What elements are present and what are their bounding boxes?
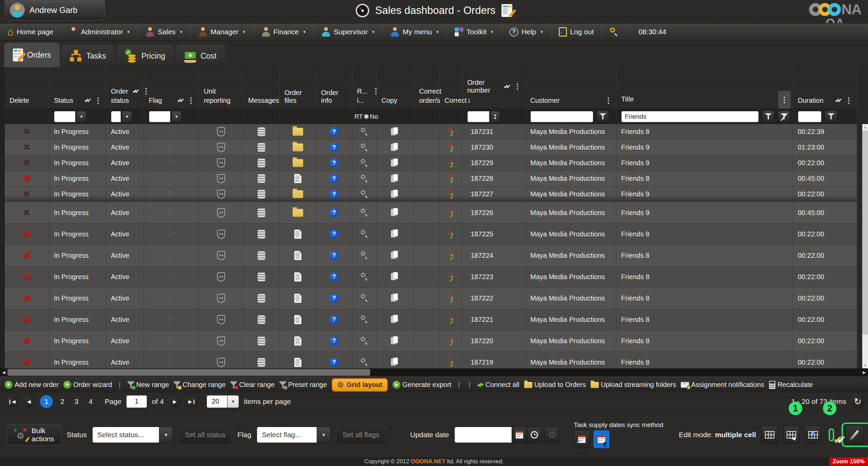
flag-icon[interactable]: ⚐ [167, 189, 175, 199]
set-all-status-button[interactable]: Set all status [178, 425, 232, 444]
flag-icon[interactable]: ⚐ [167, 293, 175, 304]
flag-icon[interactable]: ⚐ [167, 127, 175, 137]
first-page-button[interactable]: ❙◀ [5, 395, 18, 408]
horizontal-scrollbar[interactable]: ◀ ▶ [0, 368, 868, 376]
copy-icon[interactable] [391, 315, 400, 324]
correct-swap-icon[interactable] [447, 357, 455, 367]
col-header-order-info[interactable]: Order info [316, 82, 352, 109]
date-settings-button[interactable]: ⚙ [545, 427, 559, 443]
menu-home-page[interactable]: ⌂ Home page [0, 23, 61, 40]
col-header-delete[interactable]: Delete [5, 82, 49, 109]
copy-icon[interactable] [391, 357, 400, 367]
copy-icon[interactable] [391, 208, 400, 217]
column-menu-icon[interactable]: ⋮ [187, 96, 195, 104]
items-per-page-select[interactable]: 20 ▼ [206, 395, 239, 408]
grid-layout-button[interactable]: ⚙Grid layout [332, 378, 388, 392]
info-icon[interactable]: ? [330, 190, 339, 199]
messages-icon[interactable] [257, 230, 265, 239]
multiselect-check-icon[interactable]: ✔✔ [835, 97, 840, 104]
flag-icon[interactable]: ⚐ [167, 142, 175, 153]
folder-icon[interactable] [293, 128, 303, 136]
info-icon[interactable]: ? [330, 127, 339, 136]
document-icon[interactable] [294, 251, 301, 260]
sort-descending-icon[interactable]: ↓ [467, 96, 471, 104]
magnifier-icon[interactable] [360, 336, 369, 345]
col-header-copy[interactable]: Copy [377, 82, 414, 109]
page-3[interactable]: 3 [72, 397, 81, 406]
messages-icon[interactable] [257, 272, 265, 281]
magnifier-icon[interactable] [360, 128, 369, 136]
copy-icon[interactable] [391, 336, 400, 346]
correct-swap-icon[interactable] [447, 174, 455, 184]
menu-administrator[interactable]: Administrator▼ [61, 23, 138, 40]
correct-swap-icon[interactable] [447, 336, 455, 346]
order-wizard-button[interactable]: +Order wizard [63, 381, 112, 389]
messages-icon[interactable] [257, 158, 265, 168]
select-flag-dropdown[interactable]: Select flag... ▼ [257, 427, 331, 443]
menu-sales[interactable]: Sales▼ [138, 23, 191, 40]
sync-method-date-button[interactable]: ↙ [574, 430, 590, 448]
magnifier-icon[interactable] [360, 294, 369, 303]
filter-funnel-button[interactable] [597, 111, 609, 123]
toggle-knob-icon[interactable] [363, 114, 369, 119]
delete-icon[interactable]: ✖ [23, 250, 31, 261]
menu-supervisor[interactable]: Supervisor▼ [314, 23, 383, 40]
chevron-down-icon[interactable]: ▼ [122, 111, 132, 122]
copy-icon[interactable] [391, 272, 400, 281]
info-icon[interactable]: ? [330, 358, 339, 367]
delete-icon[interactable]: ✖ [23, 336, 31, 346]
document-icon[interactable] [294, 174, 301, 183]
magnifier-icon[interactable] [360, 251, 369, 260]
magnifier-icon[interactable] [360, 159, 369, 168]
delete-icon[interactable]: ✖ [23, 272, 31, 282]
menu-log-out[interactable]: → Log out [551, 23, 601, 40]
document-icon[interactable] [294, 230, 301, 239]
title-filter-input[interactable] [621, 111, 759, 122]
delete-icon[interactable]: ✖ [23, 229, 31, 239]
col-header-order-status[interactable]: Order ✔✔ ⋮ status [106, 82, 144, 109]
scroll-right-icon[interactable]: ▶ [861, 370, 868, 375]
info-icon[interactable]: ? [330, 230, 339, 239]
info-icon[interactable]: ? [330, 251, 339, 260]
flag-icon[interactable]: ⚐ [167, 250, 175, 261]
info-icon[interactable]: ? [330, 272, 339, 281]
scroll-left-icon[interactable]: ◀ [0, 370, 7, 375]
filter-funnel-button[interactable] [762, 111, 774, 123]
tab-tasks[interactable]: Tasks [61, 45, 115, 67]
magnifier-icon[interactable] [360, 358, 369, 367]
document-icon[interactable] [294, 358, 301, 367]
correct-swap-icon[interactable] [447, 250, 455, 260]
set-all-flags-button[interactable]: Set all flags [336, 425, 386, 444]
correct-swap-icon[interactable] [447, 314, 455, 325]
recalculate-button[interactable]: Recalculate [769, 381, 813, 389]
delete-icon[interactable]: ✖ [23, 142, 31, 153]
clear-filter-button[interactable] [778, 111, 790, 123]
vertical-scrollbar-thumb[interactable] [863, 131, 868, 334]
refresh-button[interactable]: ↻ [850, 394, 865, 409]
messages-icon[interactable] [257, 294, 265, 303]
flag-filter-select[interactable] [149, 111, 171, 122]
col-header-status[interactable]: Status ✔✔ ⋮ [49, 82, 106, 109]
time-button[interactable] [527, 427, 542, 443]
menu-help[interactable]: ? Help▼ [502, 23, 551, 40]
tab-cost[interactable]: $ Cost [175, 45, 225, 67]
info-icon[interactable]: ? [330, 208, 339, 217]
column-menu-icon[interactable]: ⋮ [604, 96, 613, 104]
multiselect-check-icon[interactable]: ✔✔ [84, 97, 90, 104]
change-range-button[interactable]: Change range [174, 381, 225, 389]
column-menu-icon[interactable]: ⋮ [845, 96, 853, 104]
info-icon[interactable]: ? [330, 294, 339, 303]
copy-icon[interactable] [391, 251, 400, 260]
upload-to-orders-button[interactable]: Upload to Orders [524, 381, 586, 389]
menu-manager[interactable]: Manager▼ [191, 23, 254, 40]
scroll-up-icon[interactable]: ▲ [862, 124, 868, 130]
apply-changes-button[interactable]: ✔✔ [831, 430, 832, 439]
info-icon[interactable]: ? [330, 158, 339, 168]
tab-pricing[interactable]: ✓ Pricing [116, 45, 174, 67]
vertical-scrollbar[interactable]: ▲ ▼ [862, 124, 868, 368]
copy-icon[interactable] [391, 127, 400, 137]
flag-icon[interactable]: ⚐ [167, 208, 175, 218]
magnifier-icon[interactable] [360, 208, 369, 217]
edit-pencil-button[interactable] [846, 425, 864, 445]
bulk-actions-button[interactable]: ⚙+✖ Bulk actions [7, 424, 61, 445]
